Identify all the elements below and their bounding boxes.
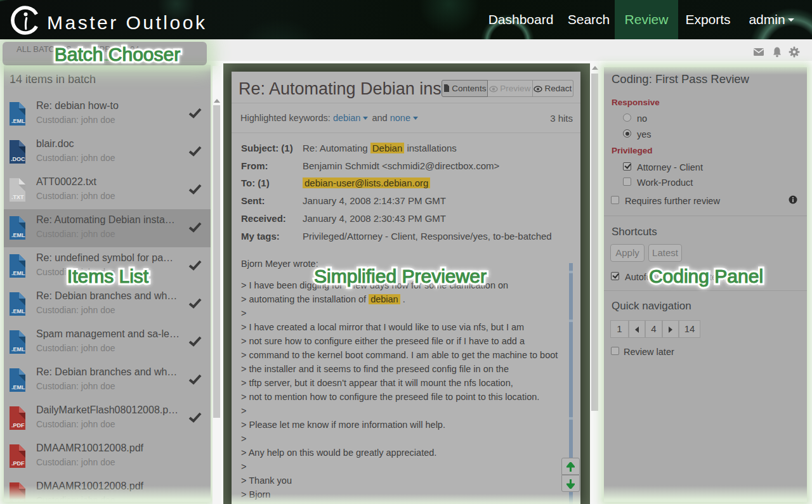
svg-text:.PDF: .PDF: [11, 422, 25, 429]
svg-text:.EML: .EML: [11, 346, 25, 352]
svg-text:.EML: .EML: [11, 232, 25, 238]
svg-text:.PDF: .PDF: [11, 460, 25, 467]
svg-text:.EML: .EML: [11, 384, 25, 391]
svg-text:.EML: .EML: [11, 270, 25, 276]
svg-text:.TXT: .TXT: [11, 194, 24, 200]
svg-text:.EML: .EML: [11, 118, 25, 124]
svg-text:.DOC: .DOC: [11, 156, 25, 162]
svg-text:.EML: .EML: [11, 308, 25, 314]
